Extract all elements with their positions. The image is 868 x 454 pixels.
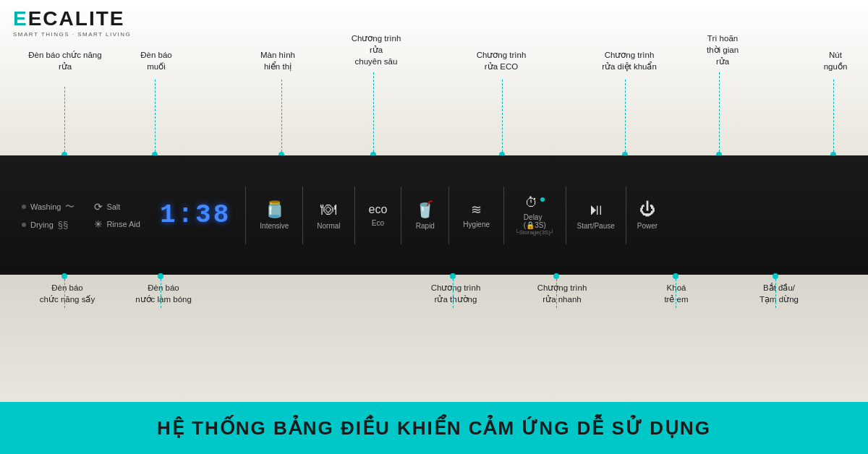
line-startpause-bottom [775,279,776,308]
line-intensive-top [373,72,374,152]
hygiene-button[interactable]: ≋ Hygiene [453,202,500,228]
rinse-row: ✳ Rinse Aid [94,218,140,230]
dot-normal-bottom [450,273,456,279]
ann-intensive: Chương trìnhrửachuyên sâu [333,33,420,67]
divider-8 [626,187,626,244]
delay-dot [540,197,545,202]
washing-icon: 〜 [65,200,75,213]
rapid-button[interactable]: 🥤 Rapid [405,200,445,230]
main-container: EECALITE SMART THINGS · SMART LIVING Đèn… [0,0,868,454]
hygiene-icon: ≋ [471,202,482,218]
line-hygiene-top [625,80,626,152]
ann-dry-light: Đèn báochức năng sấy [20,282,114,305]
ann-rapid: Chương trìnhrửa nhanh [515,282,609,305]
startpause-label: Start/Pause [577,222,615,230]
drying-icon: §§ [58,219,68,230]
line-normal-bottom [453,279,454,308]
ann-startpause: Bắt đầu/Tạm dừng [739,282,819,305]
normal-icon: 🍽 [320,200,336,219]
line-delay-top [719,72,720,152]
rapid-icon: 🥤 [415,200,435,219]
rapid-label: Rapid [416,222,435,230]
power-icon: ⏻ [639,200,655,219]
display-section: 1:38 [149,200,242,230]
ann-normal: Chương trìnhrửa thường [409,282,503,305]
divider-5 [448,187,449,244]
banner: HỆ THỐNG BẢNG ĐIỀU KHIỂN CẢM ỨNG DỄ SỬ D… [0,402,868,454]
intensive-label: Intensive [260,222,289,230]
line-dry-bottom [64,279,65,308]
divider-1 [245,187,246,244]
logo-e: E [13,7,28,30]
normal-label: Normal [317,222,340,230]
ann-eco: Chương trìnhrửa ECO [458,49,545,72]
dot-startpause-bottom [773,273,778,279]
salt-icon: ⟳ [94,201,103,213]
washing-dot [22,205,26,209]
logo-text: EECALITE [13,7,131,30]
power-button[interactable]: ⏻ Power [630,200,665,230]
ann-hygiene: Chương trìnhrửa diệt khuẩn [579,49,680,72]
display-digits: 1:38 [160,200,231,230]
dot-rinse-bottom [158,273,163,279]
ann-salt-light: Đèn báomuối [120,49,192,72]
line-rinse-bottom [161,279,161,308]
drying-dot [22,223,26,227]
ann-power: Nútnguồn [807,49,864,72]
washing-label: Washing [30,202,61,211]
dot-rapid-bottom [553,273,559,279]
logo-full: ECALITE [28,7,125,30]
divider-7 [566,187,566,244]
drying-row: Drying §§ [22,219,75,230]
startpause-icon: ⏯ [588,200,604,219]
salt-rinse-section: ⟳ Salt ✳ Rinse Aid [85,201,148,230]
washing-row: Washing 〜 [22,200,75,213]
dot-child-bottom [673,273,678,279]
line-wash-top [64,87,65,152]
line-display-top [281,80,282,152]
delay-label: Delay(🔒3S) [524,213,546,229]
salt-label: Salt [106,202,120,211]
ann-child: Khoátrẻ em [644,282,709,305]
wash-dry-section: Washing 〜 Drying §§ [22,200,85,230]
power-label: Power [637,222,658,230]
ann-display: Màn hìnhhiển thị [242,49,314,72]
divider-2 [302,187,303,244]
delay-icon: ⏱ [525,195,538,210]
intensive-icon: 🫙 [265,200,284,219]
intensive-button[interactable]: 🫙 Intensive [250,200,299,230]
storage-label: └Storage(3S)┘ [515,229,554,236]
divider-3 [354,187,355,244]
eco-icon: eco [369,203,388,216]
banner-text: HỆ THỐNG BẢNG ĐIỀU KHIỂN CẢM ỨNG DỄ SỬ D… [157,417,711,440]
eco-label: Eco [372,219,384,227]
drying-label: Drying [30,220,54,229]
line-child-bottom [676,279,676,308]
divider-6 [503,187,504,244]
delay-button[interactable]: ⏱ Delay(🔒3S) └Storage(3S)┘ [508,195,561,236]
ann-delay: Trì hoãnthời gianrửa [683,33,762,67]
control-panel: Washing 〜 Drying §§ ⟳ Salt ✳ Rinse Aid 1… [0,155,868,275]
ann-wash-light: Đèn báo chức năng rửa [22,49,109,72]
line-rapid-bottom [556,279,557,308]
divider-4 [401,187,401,244]
ann-rinse-light: Đèn báonước làm bóng [120,282,207,305]
rinse-label: Rinse Aid [106,220,140,228]
salt-row: ⟳ Salt [94,201,140,213]
hygiene-label: Hygiene [463,220,490,228]
startpause-button[interactable]: ⏯ Start/Pause [570,200,622,230]
eco-button[interactable]: eco Eco [359,203,398,227]
normal-button[interactable]: 🍽 Normal [307,200,350,230]
rinse-icon: ✳ [94,218,103,230]
line-power-top [833,80,834,152]
dot-dry-bottom [61,273,67,279]
logo-tagline: SMART THINGS · SMART LIVING [13,31,131,38]
line-salt-top [155,80,156,152]
logo-area: EECALITE SMART THINGS · SMART LIVING [13,7,131,38]
line-eco-top [502,80,503,152]
